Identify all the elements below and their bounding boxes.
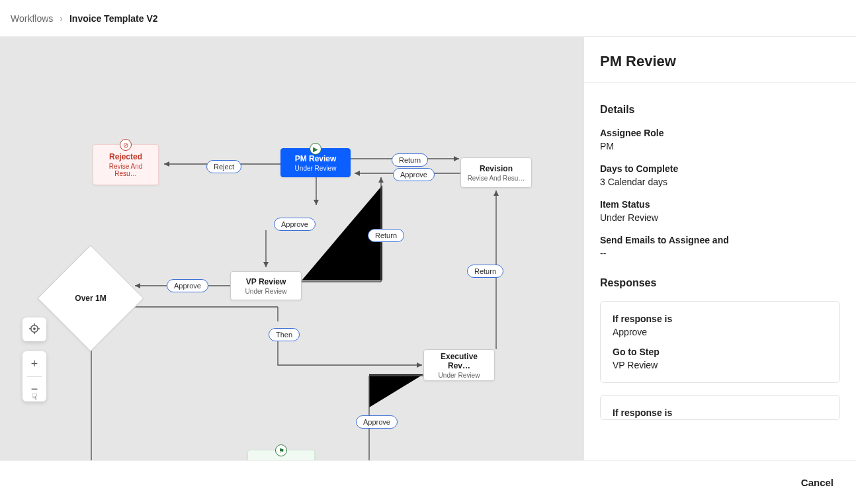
decision-over-1m[interactable]: Over 1M bbox=[37, 245, 144, 351]
cancel-button[interactable]: Cancel bbox=[797, 476, 837, 489]
node-rejected[interactable]: ⊘ Rejected Revise And Resu… bbox=[93, 144, 159, 185]
edge-label-then[interactable]: Then bbox=[269, 328, 300, 341]
edge-label-approve[interactable]: Approve bbox=[167, 279, 208, 292]
node-executive-review[interactable]: Executive Rev… Under Review bbox=[423, 349, 495, 381]
details-heading: Details bbox=[600, 104, 840, 116]
response-if-value: Approve bbox=[613, 327, 828, 337]
workflow-canvas[interactable]: ⊘ Rejected Revise And Resu… ▶ PM Review … bbox=[0, 37, 583, 460]
zoom-out-button[interactable]: − bbox=[22, 377, 46, 402]
node-subtitle: Under Review bbox=[439, 372, 480, 379]
node-subtitle: Revise And Resu… bbox=[468, 175, 525, 182]
node-subtitle: Revise And Resu… bbox=[99, 163, 153, 177]
node-title: Executive Rev… bbox=[429, 352, 489, 370]
edge-label-return[interactable]: Return bbox=[467, 265, 503, 278]
node-approved[interactable]: ⚑ Approved Approved bbox=[247, 450, 315, 460]
item-status-label: Item Status bbox=[600, 199, 840, 210]
edge-label-approve[interactable]: Approve bbox=[356, 415, 398, 429]
node-vp-review[interactable]: VP Review Under Review bbox=[230, 271, 302, 300]
minus-icon: − bbox=[31, 383, 38, 395]
node-title: VP Review bbox=[246, 277, 286, 286]
edge-label-approve[interactable]: Approve bbox=[393, 168, 435, 181]
panel-title: PM Review bbox=[600, 53, 840, 70]
zoom-in-button[interactable]: + bbox=[22, 351, 46, 376]
decision-label: Over 1M bbox=[54, 261, 128, 335]
chevron-right-icon: › bbox=[60, 13, 63, 24]
cancel-icon: ⊘ bbox=[120, 139, 132, 151]
response-card[interactable]: If response is bbox=[600, 395, 840, 420]
days-to-complete-value: 3 Calendar days bbox=[600, 177, 840, 187]
response-goto-label: Go to Step bbox=[613, 347, 828, 357]
svg-point-5 bbox=[34, 327, 35, 329]
responses-heading: Responses bbox=[600, 277, 840, 289]
response-if-label: If response is bbox=[613, 407, 828, 418]
days-to-complete-label: Days to Complete bbox=[600, 163, 840, 174]
edge-label-approve[interactable]: Approve bbox=[274, 218, 316, 231]
plus-icon: + bbox=[31, 358, 38, 370]
response-if-label: If response is bbox=[613, 314, 828, 324]
zoom-controls: + − bbox=[22, 351, 46, 401]
panel-header: PM Review bbox=[584, 37, 856, 83]
edge-label-reject[interactable]: Reject bbox=[206, 160, 241, 173]
node-revision[interactable]: Revision Revise And Resu… bbox=[460, 157, 532, 188]
footer: Cancel bbox=[0, 460, 856, 504]
send-emails-value: -- bbox=[600, 248, 840, 259]
breadcrumb-root[interactable]: Workflows bbox=[11, 13, 53, 24]
send-emails-label: Send Emails to Assignee and bbox=[600, 235, 840, 245]
response-goto-value: VP Review bbox=[613, 360, 828, 370]
breadcrumb-current: Invoice Template V2 bbox=[69, 13, 158, 24]
crosshair-icon bbox=[28, 323, 40, 337]
node-title: PM Review bbox=[295, 154, 337, 163]
node-subtitle: Under Review bbox=[295, 165, 337, 172]
breadcrumb: Workflows › Invoice Template V2 bbox=[0, 0, 856, 37]
edge-label-return[interactable]: Return bbox=[392, 153, 428, 167]
assignee-role-value: PM bbox=[600, 141, 840, 151]
node-title: Revision bbox=[480, 164, 513, 173]
node-title: Rejected bbox=[109, 152, 142, 161]
details-panel: PM Review Details Assignee Role PM Days … bbox=[583, 37, 856, 460]
flag-icon: ⚑ bbox=[275, 444, 287, 456]
node-subtitle: Under Review bbox=[245, 288, 287, 295]
assignee-role-label: Assignee Role bbox=[600, 128, 840, 138]
edge-label-return[interactable]: Return bbox=[368, 229, 404, 242]
response-card[interactable]: If response is Approve Go to Step VP Rev… bbox=[600, 301, 840, 383]
play-icon: ▶ bbox=[310, 143, 321, 155]
node-pm-review[interactable]: ▶ PM Review Under Review bbox=[280, 148, 351, 177]
recenter-button[interactable] bbox=[22, 317, 46, 341]
item-status-value: Under Review bbox=[600, 212, 840, 223]
